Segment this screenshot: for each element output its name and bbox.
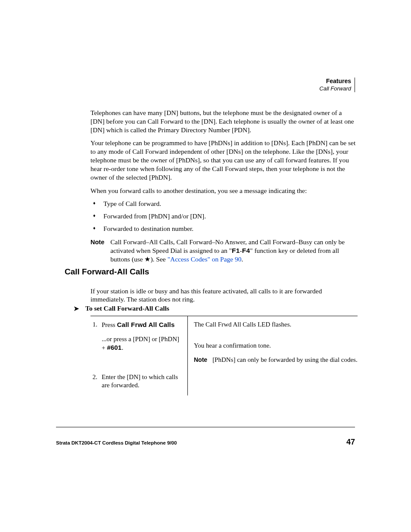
header-section: Call Forward [319, 85, 351, 92]
bullet-item: Type of Call forward. [90, 199, 358, 208]
header-chapter: Features [319, 78, 351, 85]
star-icon: ★ [144, 255, 150, 263]
page-footer: Strata DKT2004-CT Cordless Digital Telep… [56, 438, 355, 447]
footer-text: Strata DKT2004-CT Cordless Digital Telep… [56, 440, 177, 445]
result-line-1: The Call Frwd All Calls LED flashes. [194, 320, 358, 329]
step-2: 2. Enter the [DN] to which calls are for… [90, 373, 183, 389]
bullet-list: Type of Call forward. Forwarded from [Ph… [90, 199, 358, 233]
inner-note-block: Note [PhDNs] can only be forwarded by us… [194, 356, 358, 364]
result-line-2: You hear a confirmation tone. [194, 342, 358, 350]
procedure-result-column: The Call Frwd All Calls LED flashes. You… [187, 316, 358, 395]
key-f4: F4 [242, 247, 250, 254]
button-call-frwd-all-calls: Call Frwd All Calls [117, 321, 174, 328]
step-number: 2. [90, 373, 97, 389]
cross-ref-link[interactable]: "Access Codes" on Page 90 [168, 255, 242, 263]
body-text-block: Telephones can have many [DN] buttons, b… [90, 109, 358, 268]
bullet-item: Forwarded from [PhDN] and/or [DN]. [90, 212, 358, 221]
note-label: Note [90, 238, 104, 263]
arrow-icon: ➤ [73, 305, 79, 312]
step-number: 1. [90, 320, 97, 352]
step-1: 1. Press Call Frwd All Calls ...or press… [90, 320, 183, 352]
inner-note-body: [PhDNs] can only be forwarded by using t… [212, 356, 358, 364]
paragraph-after-h2: If your station is idle or busy and has … [90, 287, 358, 304]
footer-rule [56, 427, 355, 427]
page-number: 47 [346, 438, 355, 447]
paragraph-3: When you forward calls to another destin… [90, 187, 358, 195]
procedure-title: To set Call Forward-All Calls [85, 305, 169, 312]
heading-call-forward-all-calls: Call Forward-All Calls [65, 267, 358, 277]
note-body: Call Forward–All Calls, Call Forward–No … [110, 238, 358, 263]
inner-note-label: Note [194, 356, 207, 364]
paragraph-1: Telephones can have many [DN] buttons, b… [90, 109, 358, 134]
procedure-heading-row: ➤ To set Call Forward-All Calls [73, 305, 358, 312]
table-row: 1. Press Call Frwd All Calls ...or press… [90, 316, 358, 395]
key-f1: F1 [232, 247, 240, 254]
procedure-steps-column: 1. Press Call Frwd All Calls ...or press… [90, 316, 187, 395]
note-block: Note Call Forward–All Calls, Call Forwar… [90, 238, 358, 263]
paragraph-2: Your telephone can be programmed to have… [90, 139, 358, 181]
procedure-table: 1. Press Call Frwd All Calls ...or press… [90, 316, 358, 395]
bullet-item: Forwarded to destination number. [90, 224, 358, 233]
dial-code-601: #601 [107, 344, 121, 351]
running-header: Features Call Forward [319, 78, 355, 93]
